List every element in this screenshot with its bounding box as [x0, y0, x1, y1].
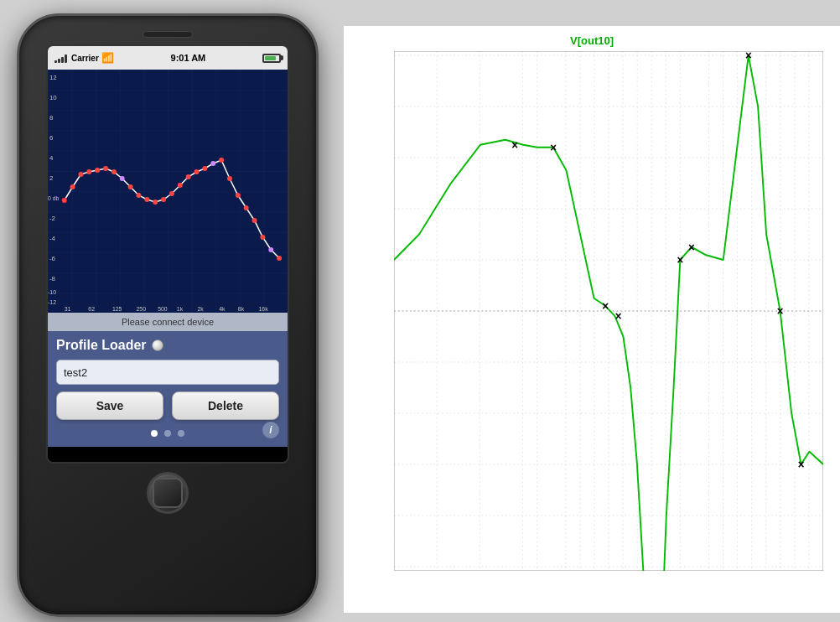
- svg-point-46: [210, 161, 215, 166]
- svg-text:-8: -8: [49, 275, 56, 282]
- svg-point-33: [103, 166, 108, 171]
- svg-text:16k: 16k: [258, 306, 268, 312]
- profile-toggle-indicator[interactable]: [152, 340, 163, 351]
- profile-section: Profile Loader Save Delete i: [48, 331, 288, 447]
- phone-screen: Carrier 📶 9:01 AM: [46, 44, 289, 464]
- save-button[interactable]: Save: [56, 391, 163, 420]
- profile-name-input[interactable]: [56, 360, 279, 385]
- eq-chart: 12 10 8 6 4 2 0 db -2 -4 -6 -8 -10 -12 3…: [48, 70, 288, 313]
- svg-point-49: [236, 193, 241, 198]
- svg-text:2k: 2k: [198, 306, 205, 312]
- wifi-icon: 📶: [101, 52, 114, 64]
- carrier-label: Carrier: [71, 54, 99, 63]
- status-bar: Carrier 📶 9:01 AM: [48, 46, 288, 70]
- svg-text:6: 6: [49, 134, 54, 142]
- svg-text:8k: 8k: [238, 306, 245, 312]
- device-status-label: Please connect device: [48, 313, 288, 331]
- svg-text:8: 8: [49, 114, 54, 122]
- svg-point-28: [62, 198, 67, 203]
- svg-text:4k: 4k: [219, 306, 226, 312]
- svg-point-51: [252, 218, 257, 223]
- page-dot-3[interactable]: [178, 430, 184, 437]
- status-right: [262, 54, 281, 63]
- svg-text:×: ×: [745, 51, 752, 62]
- profile-title: Profile Loader: [56, 338, 147, 353]
- svg-point-44: [194, 169, 200, 174]
- svg-text:500: 500: [158, 306, 168, 312]
- svg-point-52: [260, 235, 265, 240]
- delete-button[interactable]: Delete: [172, 391, 279, 420]
- svg-text:-4: -4: [49, 235, 56, 242]
- info-button[interactable]: i: [262, 422, 279, 438]
- svg-point-45: [202, 166, 207, 171]
- svg-point-30: [78, 172, 83, 177]
- battery-fill: [265, 56, 276, 60]
- profile-buttons: Save Delete: [56, 391, 279, 420]
- svg-text:2: 2: [49, 174, 54, 182]
- svg-text:×: ×: [602, 300, 609, 314]
- svg-point-29: [70, 184, 75, 189]
- svg-text:1k: 1k: [177, 306, 184, 312]
- svg-text:×: ×: [777, 305, 784, 319]
- phone-body: Carrier 📶 9:01 AM: [17, 13, 319, 617]
- graph-title: V[out10]: [570, 34, 614, 47]
- svg-text:×: ×: [688, 241, 695, 254]
- svg-text:12: 12: [49, 74, 57, 81]
- svg-point-36: [128, 184, 133, 189]
- svg-point-38: [144, 197, 149, 202]
- svg-point-41: [169, 191, 174, 196]
- svg-point-35: [120, 176, 125, 181]
- page-dot-2[interactable]: [164, 430, 171, 437]
- svg-text:×: ×: [550, 142, 557, 155]
- svg-point-31: [86, 169, 91, 174]
- svg-text:4: 4: [49, 154, 54, 162]
- svg-text:×: ×: [615, 310, 622, 324]
- svg-text:-6: -6: [49, 255, 56, 262]
- svg-rect-4: [48, 70, 288, 313]
- svg-text:0 db: 0 db: [48, 195, 60, 201]
- main-graph-svg: 10dB8dB6dB4dB2dB0dB-2dB-4dB-6dB-8dB-10dB…: [394, 51, 823, 571]
- time-display: 9:01 AM: [171, 53, 206, 63]
- svg-point-48: [227, 176, 232, 181]
- svg-text:-10: -10: [48, 289, 56, 295]
- page-dots: [56, 427, 279, 440]
- eq-svg: 12 10 8 6 4 2 0 db -2 -4 -6 -8 -10 -12 3…: [48, 70, 288, 313]
- svg-text:×: ×: [798, 459, 805, 472]
- svg-point-37: [137, 193, 142, 198]
- svg-text:31: 31: [65, 306, 71, 312]
- svg-text:62: 62: [88, 306, 95, 312]
- svg-point-40: [161, 197, 166, 202]
- svg-text:-12: -12: [48, 299, 56, 305]
- status-left: Carrier 📶: [54, 52, 114, 64]
- svg-text:250: 250: [137, 306, 147, 312]
- svg-point-50: [244, 205, 249, 210]
- svg-point-39: [153, 200, 158, 205]
- graph-panel: V[out10] 10dB 8dB 6dB 4dB 2dB 0dB -2dB -…: [344, 26, 840, 613]
- svg-text:-2: -2: [49, 215, 56, 222]
- home-button[interactable]: [147, 472, 189, 514]
- profile-header: Profile Loader: [56, 338, 279, 353]
- svg-point-47: [219, 158, 224, 163]
- page-dot-1[interactable]: [151, 430, 158, 437]
- svg-point-42: [178, 183, 183, 188]
- home-button-inner: [153, 478, 183, 508]
- battery-icon: [262, 54, 281, 63]
- signal-icon: [54, 53, 67, 63]
- phone-container: Carrier 📶 9:01 AM: [17, 13, 319, 617]
- svg-text:×: ×: [511, 138, 518, 152]
- svg-point-34: [111, 169, 117, 174]
- phone-speaker: [143, 31, 193, 38]
- svg-text:×: ×: [677, 254, 683, 267]
- svg-point-53: [268, 247, 273, 252]
- svg-text:10: 10: [49, 94, 57, 101]
- svg-point-32: [95, 168, 100, 173]
- svg-text:125: 125: [112, 306, 122, 312]
- svg-point-43: [186, 174, 191, 179]
- svg-point-54: [277, 256, 282, 261]
